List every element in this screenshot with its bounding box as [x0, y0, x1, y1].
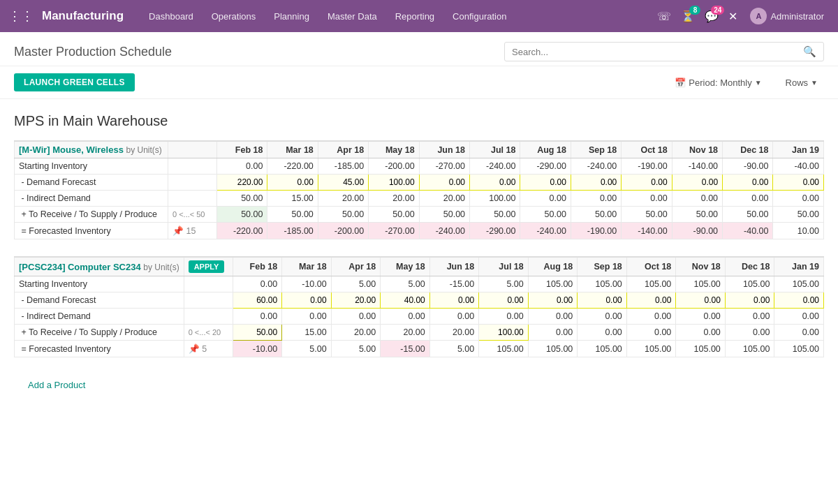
- p2-df-feb-input[interactable]: [240, 295, 277, 305]
- df-may[interactable]: [369, 175, 419, 191]
- df-nov[interactable]: [672, 175, 722, 191]
- add-product-link[interactable]: Add a Product: [14, 374, 99, 396]
- p2-df-mar-input[interactable]: [289, 295, 327, 305]
- df-sep-input[interactable]: [579, 177, 617, 187]
- search-input[interactable]: [512, 47, 803, 57]
- rows-filter[interactable]: Rows ▼: [779, 75, 824, 91]
- col-feb18-p2: Feb 18: [233, 257, 282, 276]
- launch-green-cells-button[interactable]: LAUNCH GREEN CELLS: [14, 73, 135, 91]
- p2-df-dec[interactable]: [725, 292, 774, 309]
- p2-df-oct-input[interactable]: [633, 295, 671, 305]
- product1-name[interactable]: Mouse, Wireless: [52, 144, 126, 155]
- df-apr-input[interactable]: [326, 177, 364, 187]
- clock-icon[interactable]: ⏳ 8: [678, 7, 698, 26]
- product2-code[interactable]: [PCSC234]: [19, 262, 65, 272]
- df-jan-input[interactable]: [781, 177, 819, 187]
- df-mar[interactable]: [267, 175, 318, 191]
- p2-si-label: Starting Inventory: [15, 276, 184, 292]
- fi-jan: 10.00: [773, 223, 824, 239]
- col-mar18-p1: Mar 18: [267, 141, 318, 158]
- p2-df-jan-input[interactable]: [781, 295, 819, 305]
- fi-label: = Forecasted Inventory: [15, 223, 168, 239]
- close-icon[interactable]: ✕: [726, 7, 740, 26]
- col-nov18-p1: Nov 18: [672, 141, 722, 158]
- p2-df-jun[interactable]: [429, 292, 479, 309]
- p2-df-label: - Demand Forecast: [15, 292, 184, 309]
- p2-df-constraint: [184, 292, 233, 309]
- p2-df-apr[interactable]: [331, 292, 381, 309]
- product2-table: [PCSC234] Computer SC234 by Unit(s) APPL…: [14, 256, 824, 357]
- apply-button[interactable]: APPLY: [189, 260, 225, 273]
- p2-df-aug[interactable]: [528, 292, 578, 309]
- tr-feb[interactable]: 50.00: [217, 207, 267, 223]
- df-jan[interactable]: [773, 175, 824, 191]
- p2-df-jul-input[interactable]: [486, 295, 524, 305]
- df-jun[interactable]: [419, 175, 469, 191]
- p2-df-jan[interactable]: [774, 292, 824, 309]
- chevron-down-icon-rows: ▼: [811, 79, 818, 87]
- period-filter[interactable]: 📅 Period: Monthly ▼: [668, 75, 767, 91]
- df-oct[interactable]: [622, 175, 672, 191]
- nav-operations[interactable]: Operations: [203, 7, 265, 26]
- p2-df-jun-input[interactable]: [436, 295, 474, 305]
- p2-df-dec-input[interactable]: [732, 295, 770, 305]
- tr-may: 50.00: [369, 207, 419, 223]
- p2-fi-feb: -10.00: [233, 341, 282, 357]
- si-feb: 0.00: [217, 158, 267, 175]
- df-aug[interactable]: [520, 175, 571, 191]
- p2-tr-feb-input[interactable]: [240, 327, 277, 337]
- nav-reporting[interactable]: Reporting: [387, 7, 443, 26]
- product1-code[interactable]: [M-Wir]: [19, 144, 50, 155]
- p2-tr-feb[interactable]: [233, 325, 282, 341]
- tr-jan: 50.00: [773, 207, 824, 223]
- p2-df-nov[interactable]: [676, 292, 726, 309]
- df-jul-input[interactable]: [478, 177, 515, 187]
- search-bar: 🔍: [504, 42, 824, 61]
- p2-si-apr: 5.00: [331, 276, 381, 292]
- p2-df-aug-input[interactable]: [535, 295, 573, 305]
- p2-df-nov-input[interactable]: [683, 295, 721, 305]
- product1-constraint-cell: [168, 141, 217, 158]
- df-aug-input[interactable]: [529, 177, 566, 187]
- p2-fi-jun: 5.00: [429, 341, 479, 357]
- p2-df-oct[interactable]: [626, 292, 676, 309]
- nav-masterdata[interactable]: Master Data: [319, 7, 385, 26]
- product2-name[interactable]: Computer SC234: [68, 262, 143, 272]
- nav-planning[interactable]: Planning: [265, 7, 318, 26]
- p2-tr-jan: 0.00: [774, 325, 824, 341]
- p2-df-sep[interactable]: [578, 292, 627, 309]
- p2-si-aug: 105.00: [528, 276, 578, 292]
- df-nov-input[interactable]: [680, 177, 718, 187]
- df-feb-input[interactable]: [225, 177, 263, 187]
- p2-df-jul[interactable]: [479, 292, 529, 309]
- id-sep: 0.00: [571, 191, 621, 207]
- df-apr[interactable]: [318, 175, 368, 191]
- df-jul[interactable]: [470, 175, 520, 191]
- search-icon[interactable]: 🔍: [803, 45, 816, 58]
- df-sep[interactable]: [571, 175, 621, 191]
- p2-df-may-input[interactable]: [388, 295, 425, 305]
- p2-id-jul: 0.00: [479, 309, 529, 325]
- p2-df-mar[interactable]: [282, 292, 332, 309]
- grid-icon[interactable]: ⋮⋮: [8, 8, 34, 24]
- df-jun-input[interactable]: [427, 177, 465, 187]
- df-dec-input[interactable]: [730, 177, 768, 187]
- df-may-input[interactable]: [377, 177, 415, 187]
- df-dec[interactable]: [723, 175, 773, 191]
- df-oct-input[interactable]: [630, 177, 668, 187]
- phone-icon[interactable]: ☏: [654, 7, 674, 26]
- df-mar-input[interactable]: [276, 177, 314, 187]
- p2-df-feb[interactable]: [233, 292, 282, 309]
- p2-tr-jul[interactable]: [479, 325, 529, 341]
- col-dec18-p2: Dec 18: [725, 257, 774, 276]
- p2-df-may[interactable]: [381, 292, 430, 309]
- nav-configuration[interactable]: Configuration: [444, 7, 515, 26]
- chat-icon[interactable]: 💬 24: [702, 7, 721, 26]
- df-feb[interactable]: [217, 175, 267, 191]
- p2-df-sep-input[interactable]: [585, 295, 622, 305]
- p2-tr-jul-input[interactable]: [486, 327, 524, 337]
- nav-dashboard[interactable]: Dashboard: [140, 7, 202, 26]
- product1-demand-forecast-row: - Demand Forecast: [15, 175, 824, 191]
- p2-df-apr-input[interactable]: [338, 295, 376, 305]
- user-menu[interactable]: A Administrator: [744, 5, 830, 27]
